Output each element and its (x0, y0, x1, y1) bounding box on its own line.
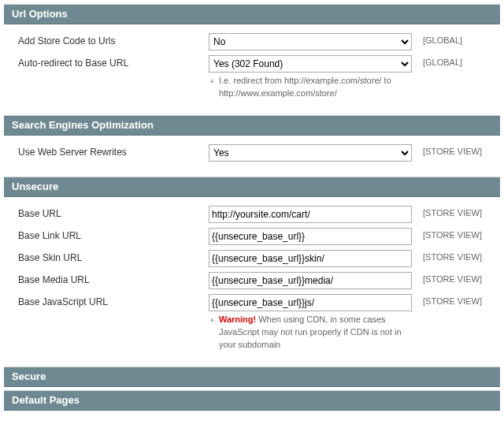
input-base-url[interactable] (209, 206, 412, 223)
hint-text: I.e. redirect from http://example.com/st… (219, 75, 413, 100)
field-cell: ▲ Warning! When using CDN, in some cases… (209, 294, 413, 352)
field-cell: Yes (209, 144, 413, 162)
section-header-secure[interactable]: Secure (4, 367, 500, 387)
warning-label: Warning! (219, 314, 256, 324)
field-cell: Yes (302 Found) ▲ I.e. redirect from htt… (209, 55, 413, 100)
section-header-url-options[interactable]: Url Options (4, 5, 500, 24)
field-row: Base Media URL [STORE VIEW] (4, 270, 500, 292)
label-base-media-url: Base Media URL (4, 272, 209, 285)
scope-label: [STORE VIEW] (413, 272, 492, 284)
scope-label: [STORE VIEW] (413, 228, 492, 240)
section-body: Use Web Server Rewrites Yes [STORE VIEW] (4, 136, 500, 169)
label-auto-redirect: Auto-redirect to Base URL (4, 55, 209, 69)
field-row: Auto-redirect to Base URL Yes (302 Found… (4, 53, 500, 102)
field-row: Base JavaScript URL ▲ Warning! When usin… (4, 292, 500, 354)
label-base-skin-url: Base Skin URL (4, 250, 209, 263)
section-seo: Search Engines Optimization Use Web Serv… (4, 115, 500, 169)
field-row: Base Skin URL [STORE VIEW] (4, 247, 500, 270)
field-row: Base URL [STORE VIEW] (4, 203, 500, 225)
hint-auto-redirect: ▲ I.e. redirect from http://example.com/… (209, 75, 413, 100)
scope-label: [GLOBAL] (413, 55, 492, 67)
section-header-seo[interactable]: Search Engines Optimization (4, 116, 500, 136)
section-body: Base URL [STORE VIEW] Base Link URL [STO… (4, 197, 500, 359)
label-base-url: Base URL (4, 206, 209, 219)
input-base-media-url[interactable] (209, 272, 412, 289)
section-unsecure: Unsecure Base URL [STORE VIEW] Base Link… (4, 177, 500, 359)
label-base-link-url: Base Link URL (4, 228, 209, 241)
section-header-unsecure[interactable]: Unsecure (4, 177, 500, 197)
select-auto-redirect[interactable]: Yes (302 Found) (209, 55, 412, 73)
section-header-default-pages[interactable]: Default Pages (4, 390, 500, 411)
field-row: Add Store Code to Urls No [GLOBAL] (4, 31, 500, 53)
input-base-link-url[interactable] (209, 228, 412, 245)
hint-text: Warning! When using CDN, in some cases J… (219, 314, 413, 352)
field-cell (209, 228, 413, 245)
scope-label: [STORE VIEW] (413, 144, 492, 156)
select-rewrites[interactable]: Yes (209, 144, 412, 162)
scope-label: [GLOBAL] (413, 33, 492, 45)
section-body: Add Store Code to Urls No [GLOBAL] Auto-… (4, 24, 500, 107)
input-base-js-url[interactable] (209, 294, 412, 311)
section-url-options: Url Options Add Store Code to Urls No [G… (4, 4, 500, 107)
field-cell (209, 272, 413, 289)
select-add-store-code[interactable]: No (209, 33, 412, 50)
scope-label: [STORE VIEW] (413, 206, 492, 218)
field-cell (209, 206, 413, 223)
label-base-js-url: Base JavaScript URL (4, 294, 209, 307)
scope-label: [STORE VIEW] (413, 250, 492, 262)
triangle-up-icon: ▲ (209, 75, 216, 100)
field-cell (209, 250, 413, 267)
scope-label: [STORE VIEW] (413, 294, 492, 306)
hint-base-js-url: ▲ Warning! When using CDN, in some cases… (209, 314, 413, 352)
label-add-store-code: Add Store Code to Urls (4, 33, 209, 47)
input-base-skin-url[interactable] (209, 250, 412, 267)
triangle-up-icon: ▲ (209, 314, 216, 352)
field-row: Use Web Server Rewrites Yes [STORE VIEW] (4, 142, 500, 164)
label-rewrites: Use Web Server Rewrites (4, 144, 209, 158)
field-row: Base Link URL [STORE VIEW] (4, 225, 500, 247)
field-cell: No (209, 33, 413, 50)
